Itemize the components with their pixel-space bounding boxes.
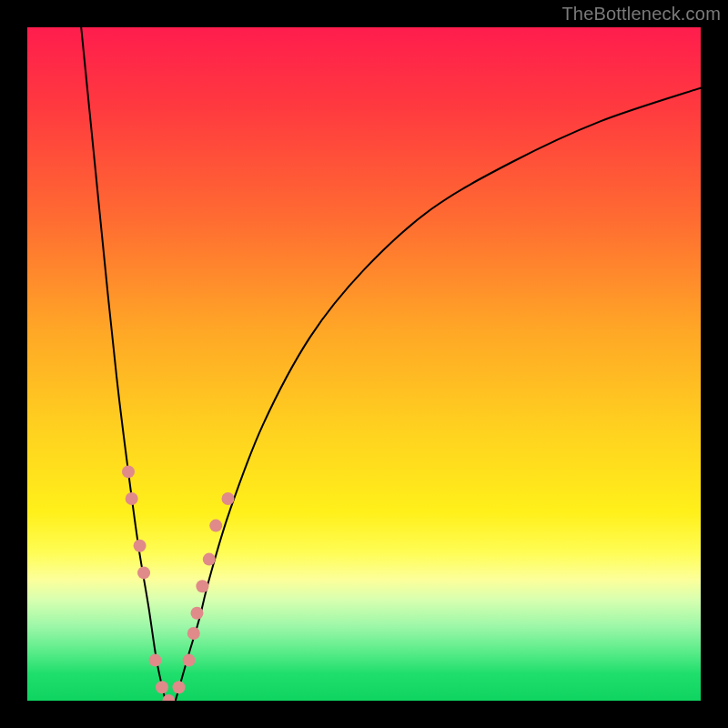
curve-right-curve <box>176 88 701 701</box>
chart-frame: TheBottleneck.com <box>0 0 728 728</box>
curve-left-curve <box>81 27 166 701</box>
marker-dot <box>137 566 150 579</box>
marker-dot <box>156 681 168 693</box>
marker-dot <box>222 492 235 505</box>
watermark-text: TheBottleneck.com <box>561 4 721 25</box>
marker-dot <box>183 654 196 667</box>
marker-dot <box>190 607 203 620</box>
marker-dot <box>149 654 162 667</box>
marker-dot <box>203 553 216 566</box>
marker-dot <box>196 580 208 592</box>
marker-dot <box>209 520 222 532</box>
marker-dot <box>126 492 138 505</box>
marker-group <box>122 465 235 701</box>
marker-dot <box>187 627 200 640</box>
marker-dot <box>122 465 135 478</box>
marker-dot <box>134 540 147 552</box>
plot-area <box>27 27 701 701</box>
chart-svg <box>27 27 701 701</box>
marker-dot <box>173 681 186 693</box>
